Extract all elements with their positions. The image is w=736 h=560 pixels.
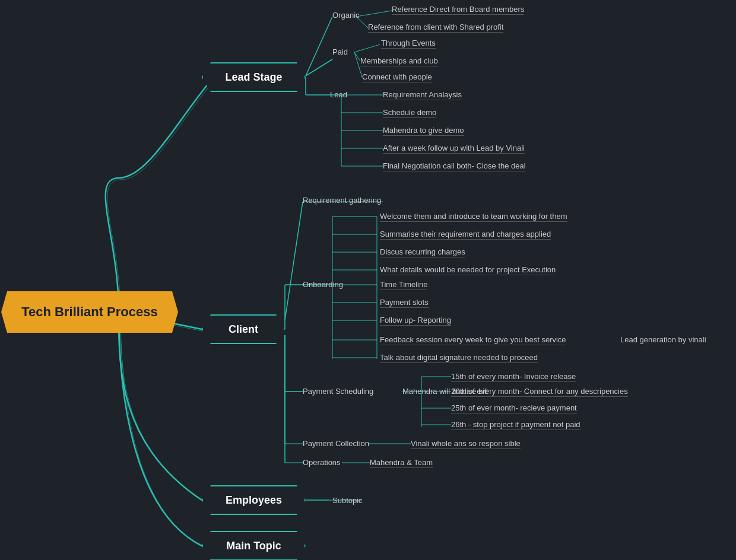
client-label: Client xyxy=(214,323,273,336)
organic-label: Organic xyxy=(332,11,360,20)
client-node: Client xyxy=(202,314,285,344)
onb-item-7: Follow up- Reporting xyxy=(380,316,451,326)
central-label: Tech Brilliant Process xyxy=(9,304,169,320)
employees-label: Employees xyxy=(211,494,297,507)
ps-item-3: 25th of ever month- recieve payment xyxy=(451,403,577,413)
main-topic-node: Main Topic xyxy=(202,531,306,560)
lead-stage-label: Lead Stage xyxy=(210,71,297,84)
onb-item-1: Welcome them and introduce to team worki… xyxy=(380,212,567,222)
lead-stage-node: Lead Stage xyxy=(202,62,306,92)
req-gathering-label: Requirement gathering xyxy=(303,196,381,205)
payment-scheduling-label: Payment Scheduling xyxy=(303,387,373,396)
lead-item-1: Requirement Analaysis xyxy=(383,90,462,100)
paid-item-2: Memberships and club xyxy=(360,56,438,66)
onboarding-label: Onboarding xyxy=(303,280,343,289)
onb-item-4: What details would be needed for project… xyxy=(380,265,556,275)
payment-collection-label: Payment Collection xyxy=(303,439,369,448)
onb-item-3: Discus recurring charges xyxy=(380,247,465,257)
organic-item-1: Reference Direct from Board members xyxy=(392,5,524,15)
lead-label: Lead xyxy=(330,90,347,99)
lead-item-4: After a week follow up with Lead by Vina… xyxy=(383,144,525,154)
onb-item-6: Payment slots xyxy=(380,298,429,308)
ps-item-2: 20th of every month- Connect for any des… xyxy=(451,387,628,397)
svg-line-4 xyxy=(354,44,380,52)
organic-item-2: Reference from client with Shared profit xyxy=(368,23,503,33)
lead-item-3: Mahendra to give demo xyxy=(383,126,464,136)
onb-item-2: Summarise their requirement and charges … xyxy=(380,230,551,240)
subtopic-label: Subtopic xyxy=(332,496,363,505)
lead-item-5: Final Negotiation call both- Close the d… xyxy=(383,161,526,171)
lead-gen-label: Lead generation by vinali xyxy=(620,335,706,344)
ps-item-4: 26th - stop project if payment not paid xyxy=(451,420,580,430)
operations-label: Operations xyxy=(303,458,341,467)
paid-item-1: Through Events xyxy=(381,39,436,49)
main-topic-label: Main Topic xyxy=(211,540,296,552)
mahendra-team-label: Mahendra & Team xyxy=(370,458,433,468)
onb-item-5: Time Timeline xyxy=(380,280,427,290)
paid-label: Paid xyxy=(332,47,348,56)
central-node: Tech Brilliant Process xyxy=(1,291,178,333)
lead-item-2: Schedule demo xyxy=(383,108,436,118)
svg-line-0 xyxy=(306,17,332,76)
svg-line-1 xyxy=(356,11,392,17)
employees-node: Employees xyxy=(202,485,306,515)
paid-item-3: Connect with people xyxy=(362,72,432,82)
onb-item-9: Talk about digital signature needed to p… xyxy=(380,353,538,363)
vinali-label: Vinali whole ans so respon sible xyxy=(411,439,521,449)
svg-line-5 xyxy=(354,52,360,61)
svg-line-15 xyxy=(285,202,303,320)
ps-item-1: 15th of every month- Invoice release xyxy=(451,372,576,382)
onb-item-8: Feedback session every week to give you … xyxy=(380,335,566,345)
